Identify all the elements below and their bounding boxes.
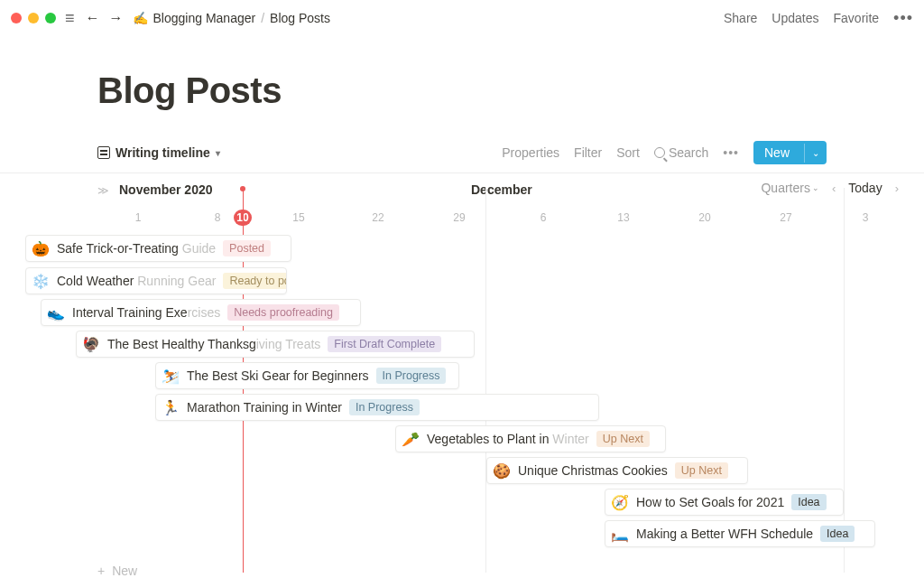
timeline-item[interactable]: 🦃The Best Healthy Thanksgiving TreatsFir… xyxy=(76,331,475,358)
item-emoji-icon: ❄️ xyxy=(32,273,50,290)
favorite-button[interactable]: Favorite xyxy=(834,11,880,25)
month-gridline xyxy=(844,188,845,573)
tick: 13 xyxy=(617,211,629,224)
status-tag: Idea xyxy=(791,494,826,510)
item-title: How to Set Goals for 2021 xyxy=(636,495,784,509)
new-button-dropdown[interactable]: ⌄ xyxy=(804,144,827,163)
timeline-item[interactable]: 🧭How to Set Goals for 2021Idea xyxy=(605,489,844,516)
timeline-item[interactable]: 🥕Vegetables to Plant in WinterUp Next xyxy=(395,425,666,452)
chevron-down-icon: ▾ xyxy=(216,148,220,158)
scale-label: Quarters xyxy=(761,181,809,195)
status-tag: Up Next xyxy=(596,431,650,447)
month-label-right: December xyxy=(471,182,532,197)
breadcrumb: ✍️ Blogging Manager / Blog Posts xyxy=(133,11,330,25)
item-emoji-icon: 🥕 xyxy=(402,431,420,448)
new-button-label: New xyxy=(753,141,800,164)
next-period-button[interactable]: › xyxy=(895,182,899,195)
today-button[interactable]: Today xyxy=(848,181,882,195)
breadcrumb-parent[interactable]: Blogging Manager xyxy=(153,11,256,25)
item-title: Safe Trick-or-Treating Guide xyxy=(57,241,216,256)
timeline-item[interactable]: 🏃Marathon Training in WinterIn Progress xyxy=(155,394,599,421)
timeline-controls: Quarters ⌄ ‹ Today › xyxy=(761,181,899,195)
status-tag: In Progress xyxy=(376,368,447,384)
item-emoji-icon: 🍪 xyxy=(493,462,511,480)
item-emoji-icon: 🏃 xyxy=(162,399,180,416)
item-emoji-icon: ⛷️ xyxy=(162,368,180,385)
item-title: Interval Training Exercises xyxy=(72,305,220,320)
timeline-row: 🏃Marathon Training in WinterIn Progress xyxy=(155,394,599,421)
view-toolbar: Writing timeline ▾ Properties Filter Sor… xyxy=(0,133,924,172)
timeline-item[interactable]: 🍪Unique Christmas CookiesUp Next xyxy=(486,457,748,484)
new-button[interactable]: New ⌄ xyxy=(753,141,827,164)
item-emoji-icon: 🧭 xyxy=(611,494,629,511)
tick: 20 xyxy=(698,211,710,224)
topbar: ≡ ← → ✍️ Blogging Manager / Blog Posts S… xyxy=(0,0,924,36)
breadcrumb-separator: / xyxy=(261,11,264,25)
status-tag: Idea xyxy=(820,526,855,542)
timeline-item[interactable]: 👟Interval Training ExercisesNeeds proofr… xyxy=(41,299,361,326)
timeline-row: 🧭How to Set Goals for 2021Idea xyxy=(605,489,844,516)
scale-selector[interactable]: Quarters ⌄ xyxy=(761,181,818,195)
updates-button[interactable]: Updates xyxy=(772,11,818,25)
view-name: Writing timeline xyxy=(116,145,210,160)
status-tag: First Draft Complete xyxy=(328,336,441,352)
item-title: Vegetables to Plant in Winter xyxy=(427,432,589,446)
timeline-item[interactable]: ⛷️The Best Ski Gear for BeginnersIn Prog… xyxy=(155,362,459,389)
item-emoji-icon: 👟 xyxy=(47,304,65,322)
item-title: The Best Healthy Thanksgiving Treats xyxy=(107,337,320,351)
more-menu-icon[interactable]: ••• xyxy=(893,9,913,28)
add-row-label: New xyxy=(112,564,137,578)
item-title: Making a Better WFH Schedule xyxy=(636,527,813,541)
timeline-ticks: 18101522296132027310 xyxy=(70,210,924,229)
toolbar-more-icon[interactable]: ••• xyxy=(723,145,739,160)
prev-period-button[interactable]: ‹ xyxy=(832,182,836,195)
timeline-row: ←❄️Cold Weather Running GearReady to pos… xyxy=(25,267,287,294)
timeline-item[interactable]: 🎃Safe Trick-or-Treating GuidePosted xyxy=(25,235,291,262)
chevron-down-icon: ⌄ xyxy=(812,183,819,192)
tick: 6 xyxy=(541,211,547,224)
timeline-header: ≫ November 2020 December Quarters ⌄ ‹ To… xyxy=(70,173,924,210)
forward-button[interactable]: → xyxy=(107,8,125,28)
share-button[interactable]: Share xyxy=(724,11,757,25)
top-actions: Share Updates Favorite ••• xyxy=(724,9,913,28)
status-tag: In Progress xyxy=(349,399,420,415)
item-title: Cold Weather Running Gear xyxy=(57,274,216,288)
timeline-item[interactable]: ❄️Cold Weather Running GearReady to post xyxy=(25,267,287,294)
timeline-row: 👟Interval Training ExercisesNeeds proofr… xyxy=(41,299,361,326)
month-label-left: November 2020 xyxy=(119,182,213,197)
timeline-body: + New ←🎃Safe Trick-or-Treating GuidePost… xyxy=(70,229,924,573)
search-button[interactable]: Search xyxy=(654,145,708,160)
item-title: Marathon Training in Winter xyxy=(187,400,342,415)
status-tag: Needs proofreading xyxy=(227,304,339,321)
today-marker-dot xyxy=(240,186,245,191)
item-emoji-icon: 🦃 xyxy=(82,336,100,353)
status-tag: Posted xyxy=(223,240,271,256)
plus-icon: + xyxy=(97,564,105,578)
view-selector[interactable]: Writing timeline ▾ xyxy=(97,145,220,160)
status-tag: Ready to post xyxy=(223,273,287,289)
properties-button[interactable]: Properties xyxy=(502,145,559,160)
window-controls xyxy=(11,13,56,23)
timeline-row: 🍪Unique Christmas CookiesUp Next xyxy=(486,457,748,484)
tick: 15 xyxy=(292,211,304,224)
close-window-icon[interactable] xyxy=(11,13,22,23)
toolbar-actions: Properties Filter Sort Search ••• New ⌄ xyxy=(502,141,827,164)
add-row-button[interactable]: + New xyxy=(97,564,137,578)
filter-button[interactable]: Filter xyxy=(574,145,602,160)
nav-arrows: ← → xyxy=(84,8,125,28)
minimize-window-icon[interactable] xyxy=(28,13,39,23)
back-button[interactable]: ← xyxy=(84,8,102,28)
tick: 27 xyxy=(780,211,791,224)
item-title: The Best Ski Gear for Beginners xyxy=(187,368,369,383)
tick: 3 xyxy=(863,211,869,224)
hamburger-icon[interactable]: ≡ xyxy=(63,9,77,28)
maximize-window-icon[interactable] xyxy=(45,13,56,23)
tick: 8 xyxy=(215,211,221,224)
tick: 29 xyxy=(453,211,465,224)
timeline-row: 🛏️Making a Better WFH ScheduleIdea xyxy=(605,520,875,547)
timeline: ≫ November 2020 December Quarters ⌄ ‹ To… xyxy=(0,173,924,573)
sort-button[interactable]: Sort xyxy=(616,145,640,160)
breadcrumb-current[interactable]: Blog Posts xyxy=(270,11,330,25)
timeline-row: ⛷️The Best Ski Gear for BeginnersIn Prog… xyxy=(155,362,459,389)
timeline-item[interactable]: 🛏️Making a Better WFH ScheduleIdea xyxy=(605,520,875,547)
